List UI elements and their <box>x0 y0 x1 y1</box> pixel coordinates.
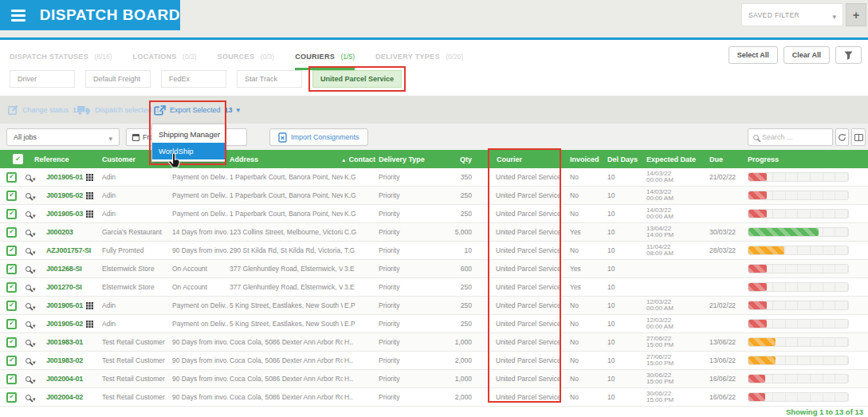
reference-link[interactable]: J001270-SI <box>46 283 82 291</box>
filter-tab[interactable]: SOURCES (0/3) <box>218 48 275 70</box>
reference-link[interactable]: J001905-02 <box>46 320 83 328</box>
delivery-type-cell: Priority <box>373 375 446 383</box>
row-preview-button[interactable] <box>26 208 36 220</box>
row-preview-button[interactable] <box>26 226 36 238</box>
row-preview-button[interactable] <box>26 171 36 183</box>
customer-cell: Elsternwick Store <box>100 283 171 291</box>
reference-link[interactable]: J001905-02 <box>46 191 83 199</box>
courier-cell: United Parcel Service <box>489 393 563 401</box>
saved-filter-select[interactable]: SAVED FILTER <box>741 3 843 26</box>
terms-cell: Payment on Deliv... <box>171 320 228 328</box>
header-courier[interactable]: Courier <box>489 155 563 163</box>
courier-chip[interactable]: Default Freight <box>85 70 151 88</box>
filter-tab[interactable]: DELIVERY TYPES (0/20) <box>375 48 463 70</box>
header-qty[interactable]: Qty <box>446 155 489 163</box>
export-selected-button[interactable]: Export Selected 13 <box>154 102 240 118</box>
row-checkbox[interactable] <box>6 356 17 366</box>
jobs-filter-select[interactable]: All jobs <box>6 128 120 146</box>
customer-cell: Adin <box>100 210 171 218</box>
row-checkbox[interactable] <box>6 191 17 201</box>
row-preview-button[interactable] <box>26 336 36 348</box>
row-checkbox[interactable] <box>6 264 17 274</box>
header-del-days[interactable]: Del Days <box>601 155 642 163</box>
reference-link[interactable]: J001268-SI <box>46 265 82 273</box>
row-checkbox[interactable] <box>6 374 17 384</box>
import-consignments-button[interactable]: Import Consignments <box>269 128 368 146</box>
table-row: J001905-02 Adin Payment on Deliv... 1 Pa… <box>0 187 868 205</box>
del-days-cell: 10 <box>601 393 642 401</box>
row-checkbox[interactable] <box>6 172 17 183</box>
header-delivery-type[interactable]: Delivery Type <box>373 155 446 163</box>
header-reference[interactable]: Reference <box>24 155 100 163</box>
header-invoiced[interactable]: Invoiced <box>563 155 601 163</box>
row-checkbox[interactable] <box>6 246 17 256</box>
dispatch-selected-button[interactable]: Dispatch selected 13 <box>77 102 163 118</box>
qty-cell: 2,000 <box>446 393 489 401</box>
menu-button[interactable] <box>6 5 30 26</box>
table-row: J001270-SI Elsternwick Store On Account … <box>0 278 868 297</box>
contact-cell: E.P <box>343 301 373 309</box>
invoiced-cell: No <box>563 246 601 254</box>
courier-chip[interactable]: Driver <box>10 70 75 88</box>
filter-tab[interactable]: DISPATCH STATUSES (8/16) <box>10 48 112 70</box>
row-checkbox[interactable] <box>6 301 17 311</box>
header-contact[interactable]: Contact <box>335 155 373 163</box>
chevron-down-icon <box>237 106 241 114</box>
magnifier-icon <box>26 376 31 382</box>
row-preview-button[interactable] <box>26 300 36 312</box>
row-preview-button[interactable] <box>26 245 36 257</box>
address-cell: 1 Paperbark Court, Banora Point, New ... <box>228 191 343 199</box>
reference-link[interactable]: J001983-01 <box>46 338 83 346</box>
courier-chip[interactable]: Star Track <box>237 70 302 88</box>
select-all-button[interactable]: Select All <box>729 46 778 64</box>
row-preview-button[interactable] <box>26 318 36 330</box>
filter-tab[interactable]: LOCATIONS (0/2) <box>133 48 197 70</box>
select-all-checkbox[interactable] <box>13 154 23 164</box>
search-input[interactable] <box>762 133 827 141</box>
search-icon <box>753 135 759 140</box>
reference-link[interactable]: J001905-01 <box>46 301 83 309</box>
reference-link[interactable]: J000203 <box>46 228 73 236</box>
export-menu-item[interactable]: WorldShip <box>152 143 225 159</box>
header-progress[interactable]: Progress <box>748 155 868 163</box>
row-checkbox[interactable] <box>6 392 17 403</box>
export-menu-item[interactable]: Shipping Manager <box>152 126 225 143</box>
row-preview-button[interactable] <box>26 391 36 403</box>
row-checkbox[interactable] <box>6 282 17 293</box>
filter-toggle-button[interactable] <box>835 46 862 64</box>
header-expected-date[interactable]: Expected Date <box>642 155 706 163</box>
export-selected-label: Export Selected <box>170 106 221 114</box>
row-preview-button[interactable] <box>26 281 36 293</box>
progress-bar <box>748 319 849 328</box>
columns-button[interactable] <box>851 128 866 146</box>
reference-link[interactable]: J002004-02 <box>46 393 83 401</box>
courier-chip[interactable]: FedEx <box>161 70 226 88</box>
contact-cell: H.. <box>343 338 373 346</box>
header-address[interactable]: Address <box>228 155 343 163</box>
refresh-button[interactable] <box>835 128 849 146</box>
row-preview-button[interactable] <box>26 190 36 202</box>
clear-all-button[interactable]: Clear All <box>784 46 830 64</box>
row-checkbox[interactable] <box>6 227 17 238</box>
chip-label: FedEx <box>169 75 190 83</box>
header-due[interactable]: Due <box>706 155 748 163</box>
magnifier-icon <box>26 340 31 345</box>
reference-link[interactable]: J001983-02 <box>46 356 83 364</box>
row-preview-button[interactable] <box>26 355 36 367</box>
app-brand: DISPATCH BOARD <box>0 0 180 30</box>
filter-tab[interactable]: COURIERS (1/5) <box>295 48 355 70</box>
reference-link[interactable]: J002004-01 <box>46 375 83 383</box>
change-status-button[interactable]: Change status 13 <box>8 102 81 118</box>
invoiced-cell: No <box>563 301 601 309</box>
row-checkbox[interactable] <box>6 209 17 219</box>
reference-link[interactable]: J001905-03 <box>46 210 83 218</box>
courier-chip[interactable]: United Parcel Service <box>312 70 402 88</box>
row-checkbox[interactable] <box>6 337 17 348</box>
reference-link[interactable]: AZJ001757-SI <box>46 246 91 254</box>
row-preview-button[interactable] <box>26 373 36 385</box>
add-saved-filter-button[interactable]: + <box>846 3 866 26</box>
reference-link[interactable]: J001905-01 <box>46 173 83 181</box>
row-checkbox[interactable] <box>6 319 17 329</box>
terms-cell: 14 Days from invo... <box>171 228 228 236</box>
row-preview-button[interactable] <box>26 263 36 275</box>
